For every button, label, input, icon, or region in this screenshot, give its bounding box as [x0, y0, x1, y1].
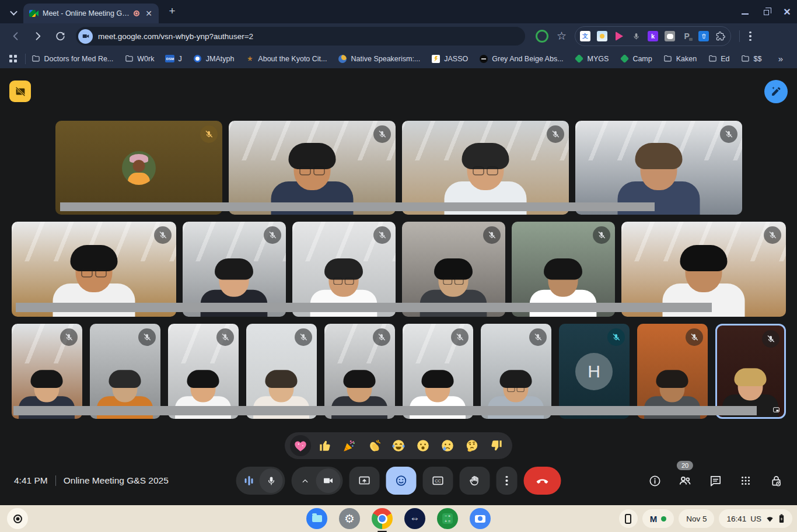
- reaction-thumbs-down[interactable]: [486, 435, 507, 456]
- reaction-face-with-tears-of-joy[interactable]: [388, 435, 409, 456]
- participant-tile[interactable]: [575, 121, 742, 215]
- more-options-button[interactable]: [497, 467, 518, 495]
- captions-button[interactable]: CC: [423, 467, 453, 495]
- participant-tile[interactable]: [324, 324, 395, 419]
- mic-muted-icon: [720, 125, 737, 143]
- security-status-pill[interactable]: M: [642, 509, 674, 528]
- activities-button[interactable]: [733, 468, 758, 494]
- browser-tab[interactable]: Meet - Online Meeting G&S 2 ✕: [23, 4, 159, 23]
- bookmark-item[interactable]: Doctors for Med Re...: [32, 54, 114, 64]
- gemini-pen-button[interactable]: [764, 80, 788, 103]
- camera-toggle-button[interactable]: [292, 467, 343, 495]
- url-bar[interactable]: meet.google.com/vsn-whyb-ynp?authuser=2: [76, 27, 525, 46]
- reaction-sparkling-heart[interactable]: [290, 435, 311, 456]
- raise-hand-button[interactable]: [460, 467, 490, 495]
- camera-app-button[interactable]: [470, 508, 491, 529]
- reload-button[interactable]: [50, 26, 70, 46]
- bookmark-item[interactable]: DSMJ: [165, 54, 181, 64]
- divider: [739, 30, 740, 42]
- bookmark-item[interactable]: W0rk: [124, 54, 154, 64]
- globe-icon: [338, 54, 347, 64]
- restore-button[interactable]: [762, 8, 770, 16]
- bookmark-item[interactable]: Native Speakerism:...: [338, 54, 420, 64]
- bookmark-label: J: [178, 55, 181, 63]
- videocam-chip-icon[interactable]: [78, 29, 93, 44]
- participant-tile[interactable]: [246, 324, 317, 419]
- present-button[interactable]: [349, 467, 380, 495]
- date-pill[interactable]: Nov 5: [679, 509, 714, 528]
- bookmark-star-icon[interactable]: ☆: [557, 29, 567, 43]
- bookmark-item[interactable]: $$: [740, 54, 761, 64]
- bookmark-item[interactable]: MYGS: [575, 54, 609, 64]
- asterisk-icon: *: [245, 54, 254, 64]
- close-button[interactable]: ✕: [783, 8, 791, 16]
- participant-tile[interactable]: [168, 324, 239, 419]
- mic-muted-icon: [264, 226, 281, 244]
- phone-hub-button[interactable]: [619, 509, 638, 528]
- reaction-clapping-hands[interactable]: [363, 435, 384, 456]
- participant-tile[interactable]: [90, 324, 160, 419]
- password-icon[interactable]: P: [681, 31, 692, 41]
- settings-app-button[interactable]: ⚙: [339, 508, 360, 529]
- screenshot-icon[interactable]: [597, 31, 607, 41]
- participant-tile[interactable]: [403, 324, 473, 419]
- minimize-button[interactable]: [741, 8, 749, 16]
- new-tab-button[interactable]: +: [165, 4, 180, 19]
- reaction-surprised-face[interactable]: [413, 435, 434, 456]
- trash-icon[interactable]: [698, 31, 709, 41]
- end-call-button[interactable]: [524, 467, 561, 495]
- bookmark-item[interactable]: Kaken: [663, 54, 697, 64]
- tab-search-button[interactable]: [6, 5, 21, 20]
- meeting-details-button[interactable]: [642, 468, 667, 494]
- presentation-warning-icon[interactable]: [9, 80, 31, 102]
- bookmark-item[interactable]: Grey And Beige Abs...: [479, 54, 563, 64]
- participant-tile[interactable]: [229, 121, 396, 215]
- host-controls-button[interactable]: [763, 468, 789, 494]
- mic-toggle-button[interactable]: [236, 467, 285, 495]
- reactions-button[interactable]: [386, 467, 417, 495]
- calculator-app-button[interactable]: − ×+ =: [437, 508, 458, 529]
- line-icon[interactable]: [665, 31, 675, 41]
- url-text[interactable]: meet.google.com/vsn-whyb-ynp?authuser=2: [98, 32, 253, 41]
- reaction-thumbs-up[interactable]: [314, 435, 335, 456]
- participant-tile[interactable]: [55, 121, 222, 215]
- participant-tile[interactable]: [12, 324, 82, 419]
- participant-tile[interactable]: [481, 324, 551, 419]
- chat-button[interactable]: [702, 468, 728, 494]
- participant-tile[interactable]: H: [559, 324, 630, 419]
- translate-icon[interactable]: [580, 31, 590, 41]
- bookmark-item[interactable]: *About the Kyoto Cit...: [245, 54, 327, 64]
- bookmark-item[interactable]: Camp: [620, 54, 652, 64]
- reaction-party-popper[interactable]: [339, 435, 360, 456]
- back-button[interactable]: [6, 26, 26, 46]
- self-view-tile[interactable]: [715, 324, 786, 419]
- people-button[interactable]: 20: [672, 468, 698, 494]
- bookmark-item[interactable]: Ed: [708, 54, 729, 64]
- browser-titlebar: Meet - Online Meeting G&S 2 ✕ + ✕: [0, 0, 797, 23]
- participant-tile[interactable]: [637, 324, 708, 419]
- browser-menu-button[interactable]: [746, 28, 755, 45]
- kami-icon[interactable]: k: [648, 31, 658, 41]
- chrome-app-button[interactable]: [372, 508, 393, 529]
- status-pill[interactable]: 16:41 US: [719, 509, 792, 528]
- mic-icon[interactable]: [631, 31, 641, 41]
- screen: Meet - Online Meeting G&S 2 ✕ + ✕ meet.g…: [0, 0, 797, 532]
- green-circle-icon[interactable]: [536, 30, 548, 43]
- bookmark-item[interactable]: JASSO: [431, 54, 468, 64]
- apps-grid-icon[interactable]: [9, 55, 17, 62]
- mic-muted-icon: [762, 330, 779, 348]
- tab-close-button[interactable]: ✕: [144, 8, 154, 19]
- bookmarks-overflow-button[interactable]: »: [778, 54, 783, 64]
- picture-in-picture-icon[interactable]: [772, 406, 781, 414]
- video-record-icon[interactable]: [614, 31, 624, 41]
- launcher-button[interactable]: [7, 508, 28, 529]
- reaction-crying-face[interactable]: [437, 435, 458, 456]
- puzzle-icon[interactable]: [715, 31, 726, 41]
- forward-button[interactable]: [28, 26, 48, 46]
- teamviewer-app-button[interactable]: ⇔: [404, 508, 425, 529]
- videocam-icon: [316, 468, 341, 493]
- reaction-thinking-face[interactable]: [462, 435, 483, 456]
- bookmark-item[interactable]: JMAtyph: [193, 54, 235, 64]
- files-app-button[interactable]: [306, 508, 327, 529]
- participant-tile[interactable]: [402, 121, 569, 215]
